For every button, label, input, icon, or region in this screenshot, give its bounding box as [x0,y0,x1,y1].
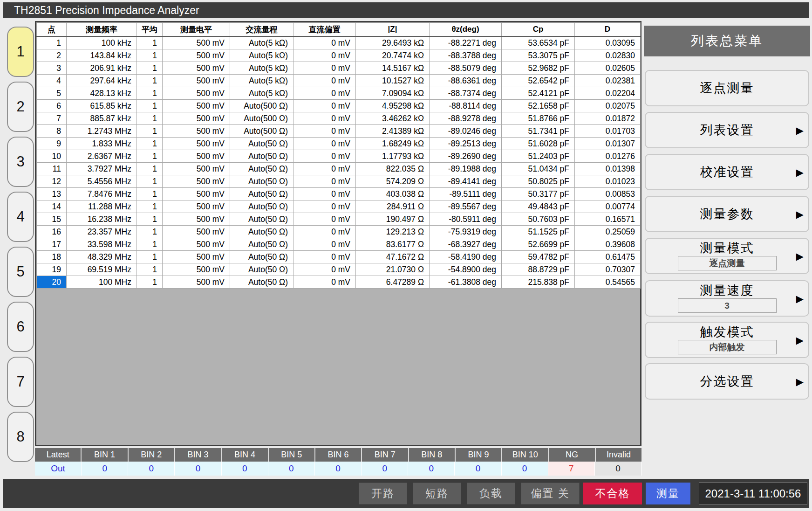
table-cell[interactable]: 500 mV [163,62,230,75]
table-cell[interactable]: 0.54565 [575,276,641,289]
table-cell[interactable]: 0 mV [293,138,356,150]
table-cell[interactable]: 1 [137,112,163,125]
table-cell[interactable]: Auto(50 Ω) [230,138,293,150]
table-cell[interactable]: 500 mV [163,175,230,188]
page-tab-1[interactable]: 1 [7,27,34,77]
table-cell[interactable]: 1 [137,62,163,75]
table-row[interactable]: 1733.598 MHz1500 mVAuto(50 Ω)0 mV83.6177… [37,238,641,251]
page-tab-5[interactable]: 5 [7,247,34,297]
table-cell[interactable]: 0 mV [293,263,356,276]
table-cell[interactable]: -54.8900 deg [430,263,502,276]
table-cell[interactable]: 7 [37,112,67,125]
table-cell[interactable]: 9 [37,138,67,150]
open-circuit-button[interactable]: 开路 [359,483,407,504]
table-cell[interactable]: -75.9319 deg [430,226,502,238]
table-row[interactable]: 4297.64 kHz1500 mVAuto(5 kΩ)0 mV10.1527 … [37,75,641,87]
table-cell[interactable]: -88.2271 deg [430,36,502,49]
table-row[interactable]: 81.2743 MHz1500 mVAuto(500 Ω)0 mV2.41389… [37,125,641,138]
table-cell[interactable]: 59.4782 pF [502,251,575,263]
table-cell[interactable]: Auto(50 Ω) [230,263,293,276]
table-cell[interactable]: 143.84 kHz [67,49,137,62]
table-cell[interactable]: 51.0434 pF [502,163,575,175]
table-cell[interactable]: -80.5911 deg [430,213,502,226]
table-cell[interactable]: 2.41389 kΩ [356,125,430,138]
table-cell[interactable]: 0.01276 [575,150,641,163]
table-cell[interactable]: 500 mV [163,87,230,100]
table-cell[interactable]: 100 MHz [67,276,137,289]
table-cell[interactable]: -88.5079 deg [430,62,502,75]
table-cell[interactable]: 500 mV [163,188,230,200]
table-cell[interactable]: 48.329 MHz [67,251,137,263]
table-cell[interactable]: 1 [137,125,163,138]
menu-item-trigger-mode[interactable]: 触发模式内部触发▶ [645,322,809,358]
menu-item-meas-mode[interactable]: 测量模式逐点测量▶ [645,238,809,274]
table-cell[interactable]: Auto(500 Ω) [230,112,293,125]
table-cell[interactable]: 49.4843 pF [502,200,575,213]
table-cell[interactable]: 6 [37,100,67,112]
table-cell[interactable]: 0 mV [293,238,356,251]
table-cell[interactable]: 0.00853 [575,188,641,200]
table-cell[interactable]: 5.4556 MHz [67,175,137,188]
table-cell[interactable]: 500 mV [163,36,230,49]
table-cell[interactable]: 13 [37,188,67,200]
table-cell[interactable]: 3.7927 MHz [67,163,137,175]
table-cell[interactable]: 0 mV [293,125,356,138]
table-cell[interactable]: 1 [137,150,163,163]
table-cell[interactable]: 3.46262 kΩ [356,112,430,125]
table-cell[interactable]: 0.00774 [575,200,641,213]
table-cell[interactable]: 4.95298 kΩ [356,100,430,112]
table-cell[interactable]: -89.5567 deg [430,200,502,213]
table-cell[interactable]: 51.8766 pF [502,112,575,125]
table-cell[interactable]: 0 mV [293,226,356,238]
table-row[interactable]: 2143.84 kHz1500 mVAuto(5 kΩ)0 mV20.7474 … [37,49,641,62]
table-cell[interactable]: 16.238 MHz [67,213,137,226]
table-cell[interactable]: 100 kHz [67,36,137,49]
table-cell[interactable]: -58.4190 deg [430,251,502,263]
table-cell[interactable]: 53.6534 pF [502,36,575,49]
table-cell[interactable]: 29.6493 kΩ [356,36,430,49]
table-cell[interactable]: 0 mV [293,200,356,213]
table-cell[interactable]: 0.01872 [575,112,641,125]
table-cell[interactable]: 50.3177 pF [502,188,575,200]
table-cell[interactable]: 215.838 pF [502,276,575,289]
table-cell[interactable]: 1 [137,188,163,200]
menu-item-list-setup[interactable]: 列表设置▶ [645,112,809,148]
table-cell[interactable]: -89.2513 deg [430,138,502,150]
table-cell[interactable]: 20 [37,276,67,289]
table-cell[interactable]: 0.01398 [575,163,641,175]
table-cell[interactable]: 0 mV [293,175,356,188]
table-cell[interactable]: 0 mV [293,276,356,289]
table-cell[interactable]: -68.3927 deg [430,238,502,251]
table-cell[interactable]: 0 mV [293,62,356,75]
table-cell[interactable]: Auto(500 Ω) [230,100,293,112]
table-cell[interactable]: 1 [137,251,163,263]
table-cell[interactable]: 0 mV [293,251,356,263]
table-cell[interactable]: 0 mV [293,100,356,112]
table-cell[interactable]: -88.6361 deg [430,75,502,87]
table-cell[interactable]: 500 mV [163,263,230,276]
table-cell[interactable]: 574.209 Ω [356,175,430,188]
table-cell[interactable]: 1 [137,238,163,251]
table-cell[interactable]: 615.85 kHz [67,100,137,112]
table-cell[interactable]: 885.87 kHz [67,112,137,125]
short-circuit-button[interactable]: 短路 [413,483,461,504]
table-cell[interactable]: 500 mV [163,138,230,150]
table-cell[interactable]: 50.7603 pF [502,213,575,226]
table-cell[interactable]: -89.2690 deg [430,150,502,163]
table-cell[interactable]: 500 mV [163,112,230,125]
table-cell[interactable]: Auto(50 Ω) [230,163,293,175]
page-tab-3[interactable]: 3 [7,137,34,187]
table-cell[interactable]: 129.213 Ω [356,226,430,238]
table-cell[interactable]: 0.61475 [575,251,641,263]
table-cell[interactable]: 1 [137,75,163,87]
table-cell[interactable]: 1 [137,226,163,238]
table-cell[interactable]: -61.3808 deg [430,276,502,289]
table-cell[interactable]: 1 [137,263,163,276]
table-cell[interactable]: -89.0246 deg [430,125,502,138]
table-cell[interactable]: -89.1988 deg [430,163,502,175]
table-cell[interactable]: 500 mV [163,75,230,87]
table-cell[interactable]: 0 mV [293,188,356,200]
table-cell[interactable]: 52.6699 pF [502,238,575,251]
table-cell[interactable]: 284.911 Ω [356,200,430,213]
table-cell[interactable]: 19 [37,263,67,276]
